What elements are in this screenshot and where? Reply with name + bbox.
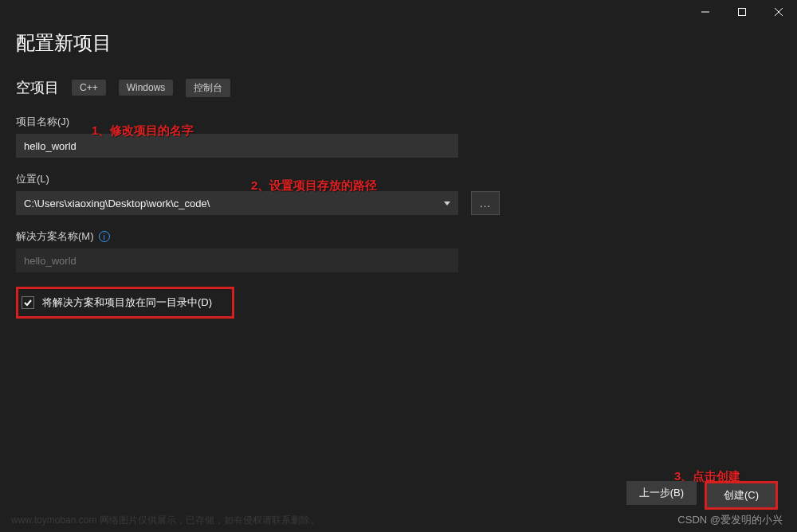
chevron-down-icon <box>444 201 450 205</box>
project-name-label: 项目名称(J) <box>16 115 781 129</box>
check-icon <box>23 298 33 307</box>
title-bar <box>0 0 797 24</box>
tag-console: 控制台 <box>186 79 230 97</box>
maximize-button[interactable] <box>724 0 760 24</box>
location-value: C:\Users\xiaoxing\Desktop\work\c_code\ <box>24 198 210 209</box>
create-button[interactable]: 创建(C) <box>707 483 775 507</box>
project-type-row: 空项目 C++ Windows 控制台 <box>16 78 781 97</box>
project-type-name: 空项目 <box>16 78 59 97</box>
watermark: CSDN @爱发明的小兴 <box>677 513 783 527</box>
tag-cpp: C++ <box>72 80 106 96</box>
create-highlight: 创建(C) <box>705 481 778 510</box>
project-name-group: 项目名称(J) <box>16 115 781 158</box>
browse-button[interactable]: ... <box>471 191 500 215</box>
location-group: 位置(L) C:\Users\xiaoxing\Desktop\work\c_c… <box>16 172 781 215</box>
solution-name-label: 解决方案名称(M) i <box>16 229 781 244</box>
back-button[interactable]: 上一步(B) <box>626 481 697 505</box>
footer-buttons: 上一步(B) 创建(C) <box>626 481 778 510</box>
svg-rect-1 <box>739 9 746 16</box>
source-mark: www.toymoban.com 网络图片仅供展示，已存储，如有侵权请联系删除。 <box>11 514 320 527</box>
solution-name-label-text: 解决方案名称(M) <box>16 229 94 244</box>
project-name-input[interactable] <box>16 134 458 158</box>
solution-name-group: 解决方案名称(M) i <box>16 229 781 272</box>
same-directory-checkbox-row[interactable]: 将解决方案和项目放在同一目录中(D) <box>16 287 234 319</box>
location-dropdown[interactable]: C:\Users\xiaoxing\Desktop\work\c_code\ <box>16 191 458 215</box>
solution-name-input <box>16 248 458 272</box>
info-icon[interactable]: i <box>99 231 110 242</box>
same-directory-label: 将解决方案和项目放在同一目录中(D) <box>42 295 212 310</box>
location-label: 位置(L) <box>16 172 781 186</box>
close-button[interactable] <box>760 0 797 24</box>
page-title: 配置新项目 <box>16 30 781 56</box>
same-directory-checkbox[interactable] <box>22 296 34 309</box>
tag-windows: Windows <box>119 80 174 96</box>
minimize-button[interactable] <box>687 0 724 24</box>
